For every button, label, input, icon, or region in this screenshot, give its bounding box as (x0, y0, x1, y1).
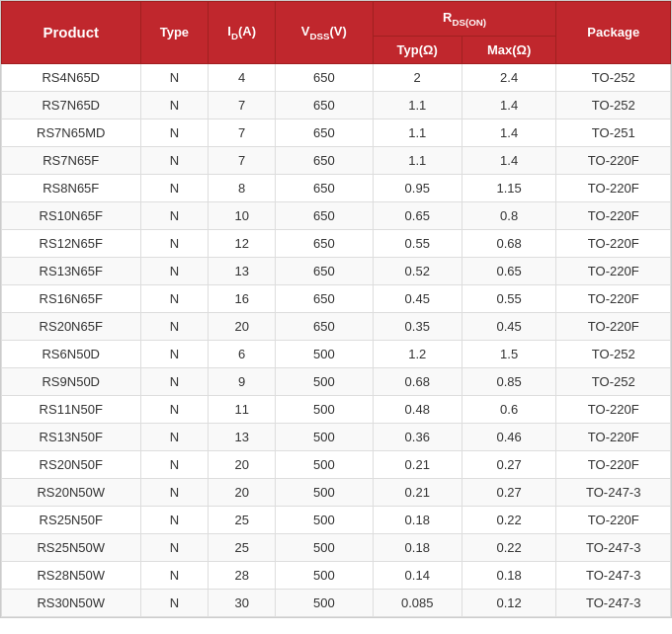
cell-type: N (140, 589, 209, 616)
cell-max: 1.4 (462, 91, 556, 119)
cell-vdss: 650 (275, 63, 373, 91)
cell-id: 7 (209, 91, 276, 119)
cell-id: 28 (209, 561, 276, 589)
cell-typ: 0.21 (373, 478, 462, 506)
cell-package: TO-220F (556, 229, 671, 257)
cell-product: RS12N65F (2, 229, 141, 257)
cell-typ: 0.52 (373, 257, 462, 284)
cell-max: 0.65 (462, 257, 556, 284)
cell-vdss: 650 (275, 146, 373, 174)
cell-typ: 0.18 (373, 533, 462, 561)
cell-max: 0.27 (462, 478, 556, 506)
cell-package: TO-247-3 (556, 589, 671, 616)
cell-max: 0.6 (462, 395, 556, 423)
cell-type: N (140, 146, 209, 174)
product-table: Product Type ID(A) VDSS(V) RDS(ON) Packa… (1, 1, 671, 617)
cell-package: TO-252 (556, 63, 671, 91)
cell-id: 13 (209, 257, 276, 284)
header-vdss: VDSS(V) (275, 2, 373, 64)
cell-vdss: 500 (275, 423, 373, 450)
cell-type: N (140, 340, 209, 367)
table-row: RS11N50FN115000.480.6TO-220F (2, 395, 671, 423)
cell-vdss: 650 (275, 174, 373, 201)
cell-package: TO-252 (556, 367, 671, 395)
cell-vdss: 500 (275, 395, 373, 423)
cell-package: TO-252 (556, 91, 671, 119)
cell-typ: 2 (373, 63, 462, 91)
cell-vdss: 500 (275, 506, 373, 533)
cell-typ: 0.55 (373, 229, 462, 257)
cell-product: RS10N65F (2, 201, 141, 229)
cell-id: 7 (209, 119, 276, 146)
table-row: RS25N50WN255000.180.22TO-247-3 (2, 533, 671, 561)
cell-max: 1.4 (462, 119, 556, 146)
cell-id: 11 (209, 395, 276, 423)
cell-package: TO-220F (556, 312, 671, 340)
cell-product: RS8N65F (2, 174, 141, 201)
cell-id: 16 (209, 284, 276, 312)
cell-type: N (140, 450, 209, 478)
cell-package: TO-220F (556, 284, 671, 312)
cell-package: TO-220F (556, 423, 671, 450)
cell-type: N (140, 201, 209, 229)
cell-typ: 0.36 (373, 423, 462, 450)
cell-vdss: 500 (275, 450, 373, 478)
cell-type: N (140, 119, 209, 146)
cell-package: TO-220F (556, 395, 671, 423)
cell-typ: 1.2 (373, 340, 462, 367)
header-package: Package (556, 2, 671, 64)
cell-id: 25 (209, 506, 276, 533)
table-row: RS7N65MDN76501.11.4TO-251 (2, 119, 671, 146)
cell-id: 8 (209, 174, 276, 201)
cell-vdss: 500 (275, 367, 373, 395)
cell-package: TO-220F (556, 201, 671, 229)
cell-typ: 1.1 (373, 91, 462, 119)
cell-type: N (140, 478, 209, 506)
table-row: RS13N50FN135000.360.46TO-220F (2, 423, 671, 450)
cell-typ: 0.45 (373, 284, 462, 312)
cell-product: RS9N50D (2, 367, 141, 395)
cell-vdss: 500 (275, 478, 373, 506)
cell-id: 12 (209, 229, 276, 257)
cell-type: N (140, 506, 209, 533)
cell-id: 13 (209, 423, 276, 450)
cell-typ: 0.68 (373, 367, 462, 395)
cell-product: RS20N65F (2, 312, 141, 340)
cell-id: 9 (209, 367, 276, 395)
table-row: RS7N65DN76501.11.4TO-252 (2, 91, 671, 119)
cell-max: 0.68 (462, 229, 556, 257)
cell-vdss: 650 (275, 91, 373, 119)
cell-product: RS16N65F (2, 284, 141, 312)
cell-vdss: 500 (275, 561, 373, 589)
cell-typ: 1.1 (373, 146, 462, 174)
cell-id: 20 (209, 478, 276, 506)
cell-product: RS7N65MD (2, 119, 141, 146)
cell-type: N (140, 561, 209, 589)
cell-type: N (140, 63, 209, 91)
cell-max: 0.8 (462, 201, 556, 229)
cell-product: RS11N50F (2, 395, 141, 423)
cell-package: TO-252 (556, 340, 671, 367)
cell-max: 0.27 (462, 450, 556, 478)
cell-product: RS7N65F (2, 146, 141, 174)
cell-vdss: 500 (275, 340, 373, 367)
cell-package: TO-220F (556, 257, 671, 284)
cell-max: 0.22 (462, 506, 556, 533)
cell-max: 0.18 (462, 561, 556, 589)
cell-max: 1.4 (462, 146, 556, 174)
header-product: Product (2, 2, 141, 64)
cell-type: N (140, 91, 209, 119)
cell-package: TO-251 (556, 119, 671, 146)
table-row: RS16N65FN166500.450.55TO-220F (2, 284, 671, 312)
header-type: Type (140, 2, 209, 64)
cell-package: TO-220F (556, 506, 671, 533)
cell-typ: 0.21 (373, 450, 462, 478)
cell-product: RS20N50F (2, 450, 141, 478)
cell-type: N (140, 257, 209, 284)
cell-id: 25 (209, 533, 276, 561)
cell-id: 6 (209, 340, 276, 367)
cell-typ: 0.35 (373, 312, 462, 340)
cell-package: TO-220F (556, 450, 671, 478)
cell-id: 30 (209, 589, 276, 616)
cell-type: N (140, 367, 209, 395)
